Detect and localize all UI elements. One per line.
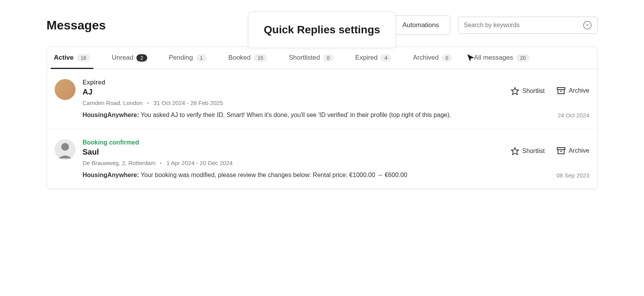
timestamp: 08 Sep 2023 (556, 172, 589, 179)
star-icon (511, 147, 519, 155)
status-label: Booking confirmed (83, 139, 504, 146)
dates-text: 1 Apr 2024 - 20 Dec 2024 (166, 160, 232, 166)
guest-name: AJ (83, 88, 504, 96)
guest-name: Saul (83, 148, 504, 157)
archive-label: Archive (569, 87, 589, 94)
page-title: Messages (46, 18, 106, 33)
shortlist-button[interactable]: Shortlist (511, 147, 545, 155)
separator-dot (160, 162, 162, 164)
separator-dot (147, 102, 149, 104)
archive-button[interactable]: Archive (556, 87, 589, 95)
avatar (55, 139, 76, 160)
tab-label: Expired (355, 54, 378, 62)
svg-rect-2 (558, 89, 564, 94)
search-box[interactable]: ✕ (458, 17, 598, 34)
tabs-bar: Active 16 Unread 2 Pending 1 Booked 15 S… (47, 47, 597, 69)
archive-label: Archive (569, 147, 589, 154)
quick-replies-tooltip: Quick Replies settings (248, 12, 396, 48)
tab-badge: 15 (254, 54, 267, 62)
tab-label: Booked (228, 54, 251, 62)
sender-name: HousingAnywhere: (83, 172, 139, 178)
location-text: Camden Road, London (83, 100, 143, 106)
tab-active[interactable]: Active 16 (51, 47, 93, 69)
tab-expired[interactable]: Expired 4 (352, 47, 394, 69)
tab-label: Shortlisted (289, 54, 320, 62)
tab-badge: 0 (323, 54, 334, 62)
preview-text: Your booking was modified, please review… (141, 172, 407, 178)
location-text: De Brauwweg, 2, Rotterdam (83, 160, 155, 166)
tab-label: Unread (112, 54, 134, 62)
message-item[interactable]: Expired AJ Camden Road, London 31 Oct 20… (47, 69, 597, 129)
archive-icon (556, 87, 566, 95)
svg-rect-7 (558, 150, 564, 154)
message-item[interactable]: Booking confirmed Saul De Brauwweg, 2, R… (47, 129, 597, 189)
messages-panel: Active 16 Unread 2 Pending 1 Booked 15 S… (46, 46, 598, 189)
tab-label: All messages (474, 54, 513, 62)
archive-button[interactable]: Archive (556, 147, 589, 155)
tab-badge: 1 (196, 54, 207, 62)
tab-all-messages[interactable]: All messages 20 (471, 47, 533, 69)
dates-text: 31 Oct 2024 - 28 Feb 2025 (153, 100, 223, 106)
cursor-icon (466, 53, 475, 62)
tab-badge: 0 (442, 54, 452, 62)
search-input[interactable] (464, 22, 583, 29)
tab-unread[interactable]: Unread 2 (109, 47, 150, 69)
tab-badge: 20 (516, 54, 529, 62)
avatar (55, 79, 76, 100)
sender-name: HousingAnywhere: (83, 112, 139, 118)
svg-point-4 (61, 143, 69, 151)
tab-badge: 16 (77, 54, 90, 62)
status-label: Expired (83, 79, 504, 86)
preview-text: You asked AJ to verify their ID. Smart! … (141, 112, 451, 118)
tab-label: Archived (413, 54, 439, 62)
tab-label: Active (54, 54, 74, 62)
svg-marker-0 (511, 88, 518, 95)
shortlist-button[interactable]: Shortlist (511, 87, 545, 95)
archive-icon (556, 147, 566, 155)
tab-archived[interactable]: Archived 0 (410, 47, 455, 69)
tab-label: Pending (169, 54, 193, 62)
tab-booked[interactable]: Booked 15 (225, 47, 270, 69)
tab-pending[interactable]: Pending 1 (166, 47, 210, 69)
tab-badge: 2 (136, 54, 147, 62)
automations-button[interactable]: Automations (391, 15, 451, 35)
svg-marker-5 (511, 148, 518, 155)
shortlist-label: Shortlist (522, 88, 545, 95)
tab-shortlisted[interactable]: Shortlisted 0 (286, 47, 337, 69)
timestamp: 24 Oct 2024 (558, 112, 589, 119)
tab-badge: 4 (381, 54, 391, 62)
star-icon (511, 87, 519, 95)
clear-search-icon[interactable]: ✕ (583, 21, 592, 29)
shortlist-label: Shortlist (522, 148, 545, 155)
